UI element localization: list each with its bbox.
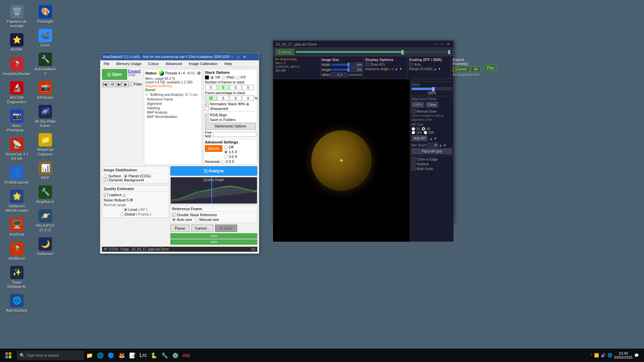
taskbar-chrome[interactable]: 🔵 xyxy=(106,350,116,360)
desktop-icon-sharpcap2[interactable]: 📁 SharpCap Captures xyxy=(32,131,59,158)
auto-ap-up[interactable]: ▲ xyxy=(429,137,433,140)
pause-button[interactable]: Pause xyxy=(170,225,190,232)
frames-input-1[interactable] xyxy=(205,85,217,90)
min-bright-up[interactable]: ▲ xyxy=(439,143,442,147)
menu-advanced[interactable]: Advanced xyxy=(164,61,184,66)
menu-help[interactable]: Help xyxy=(222,61,234,66)
drizzle-15x-radio[interactable] xyxy=(224,150,228,154)
taskbar-notepad[interactable]: 📝 xyxy=(127,350,138,360)
ap-24-radio[interactable] xyxy=(412,127,415,131)
auto-checkbox[interactable] xyxy=(409,62,413,66)
auto-ap-down[interactable]: ▼ xyxy=(434,137,437,140)
normalize-checkbox[interactable] xyxy=(205,102,209,106)
desktop-icon-astrosurface[interactable]: 🌐 AstroSurface xyxy=(3,292,30,314)
multi-scale-checkbox[interactable] xyxy=(412,167,416,171)
ap-104-radio[interactable] xyxy=(412,131,415,134)
desktop-icon-winjupos[interactable]: 🪐 WinJUPOS 12.3.12 xyxy=(32,207,59,234)
manual-size-radio[interactable] xyxy=(195,218,198,222)
height-slider[interactable] xyxy=(332,69,350,71)
menu-colour[interactable]: Colour xyxy=(146,61,161,66)
dynamic-bg-checkbox[interactable] xyxy=(104,178,108,182)
desktop-icon-asistudio[interactable]: 📸 ASIStudio xyxy=(32,79,59,102)
pipp-restore[interactable]: □ xyxy=(439,42,445,47)
desktop-icon-autostakkert3[interactable]: 🔧 AutoStakkert 3 xyxy=(32,51,59,77)
pipp-minimize[interactable]: ─ xyxy=(433,42,439,47)
auto-size-radio[interactable] xyxy=(172,218,176,222)
drizzle-off-radio[interactable] xyxy=(224,145,228,149)
free-field-input[interactable] xyxy=(213,132,256,137)
analyse-button[interactable]: 2) Analyse xyxy=(170,166,257,176)
offset-input[interactable] xyxy=(331,72,342,77)
place-ap-grid-button[interactable]: Place AP grid xyxy=(412,148,452,154)
save-folders-checkbox[interactable] xyxy=(205,118,209,122)
frames-input-3[interactable] xyxy=(230,85,241,90)
width-input[interactable] xyxy=(351,62,362,67)
desktop-icon-deepskystacker[interactable]: 🔭 DeepSkyStacker xyxy=(3,56,30,78)
pipp-image-area[interactable]: + xyxy=(273,79,410,242)
frames-tab-button[interactable]: Frames xyxy=(276,49,294,55)
taskbar-clock[interactable]: 23:40 03/02/2025 xyxy=(614,351,633,359)
nav-fwd[interactable]: ▶ xyxy=(123,81,129,87)
menu-file[interactable]: File xyxy=(102,61,112,66)
rgb-align-checkbox[interactable] xyxy=(205,113,209,117)
tif-radio[interactable] xyxy=(210,76,214,79)
auto-ap-button[interactable]: Auto AP xyxy=(412,135,428,141)
open-button[interactable]: 1) Open xyxy=(102,69,127,80)
menu-image-calibration[interactable]: Image Calibration xyxy=(187,61,220,66)
taskbar-asi[interactable]: ASi xyxy=(181,350,191,360)
desktop-icon-papelera[interactable]: 🗑️ Papelera de reciclaje xyxy=(3,3,30,30)
desktop-icon-regitax[interactable]: 🔧 RegiStax 6 xyxy=(32,184,59,206)
desktop-icon-ascom[interactable]: 🔬 ASCOM Diagnostics xyxy=(3,79,30,106)
surface-radio[interactable] xyxy=(104,174,107,178)
cancel-button[interactable]: Cancel... xyxy=(191,225,213,232)
desktop-icon-topaz[interactable]: ✨ Topaz DeNoise AI xyxy=(3,264,30,291)
taskbar-app1[interactable]: 🔧 xyxy=(160,350,170,360)
brightness-down[interactable]: ▼ xyxy=(399,67,402,71)
start-button[interactable] xyxy=(2,349,15,362)
desktop-icon-astap[interactable]: ⭐ ASTAP xyxy=(3,32,30,54)
nav-first[interactable]: |◀ xyxy=(102,81,108,87)
restore-button[interactable]: □ xyxy=(236,54,241,59)
frames-slider[interactable] xyxy=(296,51,446,53)
range-up[interactable]: ▲ xyxy=(433,67,437,71)
drizzle-button[interactable]: Drizzle xyxy=(205,145,222,152)
desktop-icon-allsky[interactable]: 🌌 All Sky Plate Solver xyxy=(32,103,59,130)
zoom-slider[interactable] xyxy=(412,87,452,90)
menu-memory[interactable]: Memory Usage xyxy=(114,61,144,66)
current-button[interactable]: Current xyxy=(452,66,470,72)
taskbar-firefox[interactable]: 🦊 xyxy=(117,350,127,360)
brightness-up[interactable]: ▲ xyxy=(395,67,398,71)
taskbar-lrc[interactable]: Lrc xyxy=(138,350,148,360)
desktop-icon-pixinsight[interactable]: 🎨 PixInsight xyxy=(32,3,59,25)
width-slider[interactable] xyxy=(331,64,350,66)
drizzle-30x-radio[interactable] xyxy=(224,155,228,159)
global-radio[interactable] xyxy=(120,213,123,216)
stack-name-btn[interactable]: Stack(name) Options xyxy=(205,123,256,130)
desktop-icon-astro[interactable]: 📷 Astro Photograp... xyxy=(3,108,30,134)
taskbar-file-explorer[interactable]: 📁 xyxy=(85,350,95,360)
tray-chevron[interactable]: ^ xyxy=(591,354,592,357)
close-to-edge-checkbox[interactable] xyxy=(412,157,416,161)
replace-checkbox[interactable] xyxy=(412,162,416,166)
nav-all[interactable]: All xyxy=(108,81,116,87)
double-stack-checkbox[interactable] xyxy=(172,213,176,217)
all-button[interactable]: All xyxy=(471,66,481,72)
png-radio[interactable] xyxy=(222,76,226,79)
range-down[interactable]: ▼ xyxy=(438,67,441,71)
min-bright-input[interactable] xyxy=(428,143,438,147)
taskbar-search[interactable]: 🔍 Type here to search xyxy=(17,351,84,360)
pipp-close[interactable]: ✕ xyxy=(445,42,451,47)
desktop-icon-pipp[interactable]: 📊 PIPP xyxy=(32,160,59,182)
draw-aps-checkbox[interactable] xyxy=(365,62,369,66)
desktop-icon-sharpcap[interactable]: 📡 SharpCap 4.1 (64 bit) xyxy=(3,136,30,163)
minimize-button[interactable]: ─ xyxy=(230,54,235,59)
ap-200-radio[interactable] xyxy=(424,131,427,134)
close-button[interactable]: ✕ xyxy=(242,54,247,59)
play-button[interactable]: Play xyxy=(484,65,497,71)
expand-link[interactable]: Expand xyxy=(128,69,141,73)
frame-pct-2[interactable] xyxy=(217,96,229,101)
manual-draw-checkbox[interactable] xyxy=(412,109,416,113)
stack-button[interactable]: 3) Stack xyxy=(215,225,237,232)
desktop-icon-zoom[interactable]: 📹 Zoom xyxy=(32,27,59,49)
nav-next[interactable]: ▶| xyxy=(117,81,122,87)
